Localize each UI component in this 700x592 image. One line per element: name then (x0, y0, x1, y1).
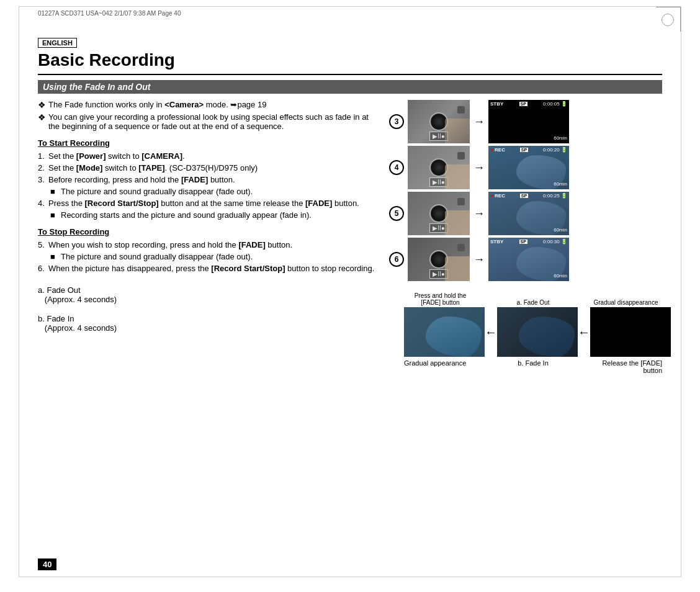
step-5: 5. When you wish to stop recording, pres… (38, 240, 377, 249)
hud-min-5: 60min (554, 227, 567, 233)
bullet-text-2: You can give your recording a profession… (48, 112, 377, 131)
fade-notes: a. Fade Out (Approx. 4 seconds) b. Fade … (38, 285, 377, 333)
bullet-icon-2: ❖ (38, 112, 46, 131)
bottom-caption-1: Gradual appearance (404, 359, 477, 374)
screen-3: STBY SP 0:00:05 🔋 60min (488, 100, 569, 143)
start-recording-title: To Start Recording (38, 138, 377, 148)
page-number: 40 (38, 558, 56, 570)
bottom-img-3 (590, 307, 671, 357)
step-circle-4: 4 (389, 160, 404, 175)
step-5-sub: ■ The picture and sound gradually disapp… (50, 252, 377, 261)
hud-time-5: 0:00:25 🔋 (543, 193, 567, 199)
hud-5: ● REC SP 0:00:25 🔋 (490, 193, 567, 199)
bullet-icon-1: ❖ (38, 100, 46, 110)
bottom-caption-row: Gradual appearance b. Fade In Release th… (389, 359, 662, 374)
fade-bold-5: [FADE] (238, 240, 265, 249)
diagram-row-5: 5 ▶II● → ● RE (389, 192, 662, 235)
cam-body-3: ▶II● (408, 100, 470, 143)
bottom-label-1: Press and hold the [FADE] button (404, 292, 477, 306)
hud-sp-5: SP (520, 194, 528, 198)
file-header: 01227A SCD371 USA~042 2/1/07 9:38 AM Pag… (38, 10, 181, 17)
stop-recording-title: To Stop Recording (38, 227, 377, 236)
mode-bold: [Mode] (76, 163, 103, 173)
hand-5 (445, 210, 470, 235)
cam-body-6: ▶II● (408, 238, 470, 281)
bullet-2: ❖ You can give your recording a professi… (38, 112, 377, 131)
hud-time-3: 0:00:05 🔋 (543, 101, 567, 107)
step-circle-5: 5 (389, 206, 404, 221)
cam-buttons-4 (457, 152, 465, 159)
arrow-4: → (473, 161, 485, 174)
bottom-caption-2: b. Fade In (496, 359, 569, 374)
hud-min-4: 60min (554, 181, 567, 187)
cam-buttons-3 (457, 106, 465, 114)
bottom-label-2: a. Fade Out (496, 299, 569, 306)
hud-time-4: 0:00:20 🔋 (543, 147, 567, 153)
bottom-label-row: Press and hold the [FADE] button a. Fade… (389, 292, 662, 306)
corner-circle (662, 14, 674, 26)
record-bold-4: [Record Start/Stop] (85, 199, 159, 208)
step-circle-6: 6 (389, 252, 404, 267)
bold-camera: <Camera> (164, 100, 204, 109)
diagram-row-6: 6 ▶II● → STBY (389, 238, 662, 281)
step-1: 1. Set the [Power] switch to [CAMERA]. (38, 151, 377, 161)
hud-sp-3: SP (519, 102, 527, 106)
hand-3 (445, 119, 470, 143)
hand-4 (445, 164, 470, 189)
camera-bold: [CAMERA] (141, 151, 182, 161)
bottom-caption-3: Release the [FADE] button (590, 359, 662, 374)
bottom-arrow-left: ← (485, 325, 497, 339)
step-3-sub: ■ The picture and sound gradually disapp… (50, 187, 377, 196)
cam-thumb-5: ▶II● (408, 192, 470, 235)
hud-3: STBY SP 0:00:05 🔋 (490, 101, 567, 107)
page-title: Basic Recording (38, 50, 662, 75)
hud-time-6: 0:00:30 🔋 (543, 239, 567, 244)
section-header: Using the Fade In and Out (38, 80, 662, 94)
bullet-1: ❖ The Fade function works only in <Camer… (38, 100, 377, 110)
power-bold: [Power] (76, 151, 106, 161)
corner-decoration (656, 7, 681, 32)
tape-bold: [TAPE] (138, 163, 164, 173)
hud-status-3: STBY (490, 101, 503, 107)
hud-sp-4: SP (520, 148, 528, 152)
fade-note-b: b. Fade In (Approx. 4 seconds) (38, 314, 377, 333)
caption-spacer-1 (477, 359, 496, 374)
caption-spacer-2 (570, 359, 590, 374)
cam-buttons-5 (457, 198, 465, 205)
left-column: ❖ The Fade function works only in <Camer… (38, 100, 377, 374)
bottom-img-1 (404, 307, 485, 357)
hud-sp-6: SP (519, 240, 527, 244)
start-recording-list: 1. Set the [Power] switch to [CAMERA]. 2… (38, 151, 377, 220)
arrow-3: → (473, 115, 485, 128)
screen-5: ● REC SP 0:00:25 🔋 60min (488, 192, 569, 235)
content-area: ❖ The Fade function works only in <Camer… (38, 100, 662, 374)
screen-6: STBY SP 0:00:30 🔋 60min (488, 238, 569, 281)
cam-thumb-4: ▶II● (408, 146, 470, 189)
hud-6: STBY SP 0:00:30 🔋 (490, 239, 567, 244)
cam-buttons-6 (457, 244, 465, 251)
diagram-row-4: 4 ▶II● → ● RE (389, 146, 662, 189)
diagram-row-3: 3 ▶II● → STBY (389, 100, 662, 143)
page-container: 01227A SCD371 USA~042 2/1/07 9:38 AM Pag… (19, 6, 681, 577)
stop-recording-list: 5. When you wish to stop recording, pres… (38, 240, 377, 273)
bottom-diagram: Press and hold the [FADE] button a. Fade… (389, 292, 662, 374)
record-bold-6: [Record Start/Stop] (211, 264, 285, 273)
cam-body-5: ▶II● (408, 192, 470, 235)
hud-status-4: ● REC (490, 147, 505, 153)
hud-min-6: 60min (554, 273, 567, 279)
bullet-text-1: The Fade function works only in <Camera>… (48, 100, 266, 110)
fade-note-a: a. Fade Out (Approx. 4 seconds) (38, 285, 377, 304)
arrow-6: → (473, 253, 485, 266)
bottom-images-row: ← ← (389, 307, 662, 357)
cam-thumb-3: ▶II● (408, 100, 470, 143)
cam-thumb-6: ▶II● (408, 238, 470, 281)
right-column: 3 ▶II● → STBY (389, 100, 662, 374)
step-3: 3. Before recording, press and hold the … (38, 175, 377, 184)
step-4: 4. Press the [Record Start/Stop] button … (38, 199, 377, 208)
step-circle-3: 3 (389, 114, 404, 129)
hand-6 (445, 256, 470, 281)
hud-4: ● REC SP 0:00:20 🔋 (490, 147, 567, 153)
bottom-label-3: Gradual disappearance (590, 299, 662, 306)
language-badge: ENGLISH (38, 38, 77, 48)
step-4-sub: ■ Recording starts and the picture and s… (50, 210, 377, 220)
